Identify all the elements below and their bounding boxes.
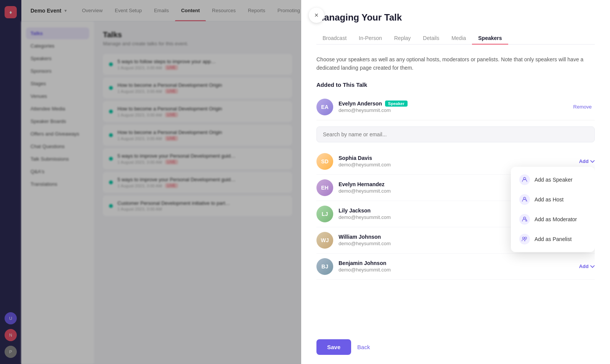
add-dropdown-button[interactable]: Add: [579, 158, 595, 164]
avatar-image: BJ: [316, 258, 333, 275]
search-input[interactable]: [316, 126, 595, 142]
tab-in-person[interactable]: In-Person: [353, 32, 388, 44]
back-button[interactable]: Back: [357, 344, 370, 350]
add-as-moderator-item[interactable]: Add as Moderator: [514, 209, 592, 229]
person-email: demo@heysummit.com: [339, 107, 565, 113]
avatar-image: EH: [316, 179, 333, 196]
chevron-down-icon: [590, 159, 595, 164]
person-info: Sophia Davis demo@heysummit.com: [339, 155, 574, 168]
avatar: BJ: [316, 258, 333, 275]
remove-button[interactable]: Remove: [570, 102, 595, 111]
close-button[interactable]: ×: [309, 8, 324, 23]
panel-title: Managing Your Talk: [316, 12, 595, 23]
tab-speakers[interactable]: Speakers: [472, 32, 508, 44]
add-dropdown-button[interactable]: Add: [579, 263, 595, 269]
add-as-host-item[interactable]: Add as Host: [514, 190, 592, 209]
moderator-icon: [519, 214, 530, 225]
added-person-row: EA Evelyn Anderson Speaker demo@heysummi…: [316, 94, 595, 120]
people-list: SD Sophia Davis demo@heysummit.com Add: [316, 148, 595, 330]
avatar: EA: [316, 99, 333, 115]
section-title-added: Added to This Talk: [316, 81, 595, 88]
add-as-panelist-item[interactable]: Add as Panelist: [514, 229, 592, 249]
speaker-icon: [519, 174, 530, 185]
modal-overlay[interactable]: [0, 0, 301, 364]
add-dropdown-menu: Add as Speaker Add as Host: [511, 167, 595, 252]
tab-media[interactable]: Media: [445, 32, 472, 44]
person-name: Evelyn Anderson Speaker: [339, 101, 565, 107]
avatar-image: SD: [316, 153, 333, 170]
person-info: Evelyn Anderson Speaker demo@heysummit.c…: [339, 101, 565, 113]
tab-broadcast[interactable]: Broadcast: [316, 32, 353, 44]
avatar: EH: [316, 179, 333, 196]
tab-replay[interactable]: Replay: [388, 32, 417, 44]
avatar-image: WJ: [316, 232, 333, 249]
save-button[interactable]: Save: [316, 339, 351, 355]
panel-tabs: Broadcast In-Person Replay Details Media…: [316, 32, 595, 45]
role-badge: Speaker: [385, 101, 408, 107]
host-icon: [519, 194, 530, 205]
svg-point-5: [523, 237, 525, 239]
panel-description: Choose your speakers as well as any opti…: [316, 55, 595, 72]
panel-footer: Save Back: [316, 330, 595, 364]
person-email: demo@heysummit.com: [339, 267, 574, 273]
panelist-icon: [519, 234, 530, 244]
list-item: SD Sophia Davis demo@heysummit.com Add: [316, 148, 595, 175]
person-info: Benjamin Johnson demo@heysummit.com: [339, 260, 574, 273]
chevron-down-icon: [590, 264, 595, 269]
managing-talk-panel: Managing Your Talk Broadcast In-Person R…: [301, 0, 610, 364]
avatar-image: LJ: [316, 206, 333, 222]
tab-details[interactable]: Details: [417, 32, 445, 44]
person-name: Sophia Davis: [339, 155, 574, 161]
list-item: BJ Benjamin Johnson demo@heysummit.com A…: [316, 254, 595, 280]
svg-point-2: [525, 200, 527, 201]
avatar-image: EA: [316, 99, 333, 115]
person-name: Benjamin Johnson: [339, 260, 574, 266]
svg-point-6: [525, 237, 527, 239]
avatar: LJ: [316, 206, 333, 222]
avatar: WJ: [316, 232, 333, 249]
add-as-speaker-item[interactable]: Add as Speaker: [514, 170, 592, 190]
avatar: SD: [316, 153, 333, 170]
